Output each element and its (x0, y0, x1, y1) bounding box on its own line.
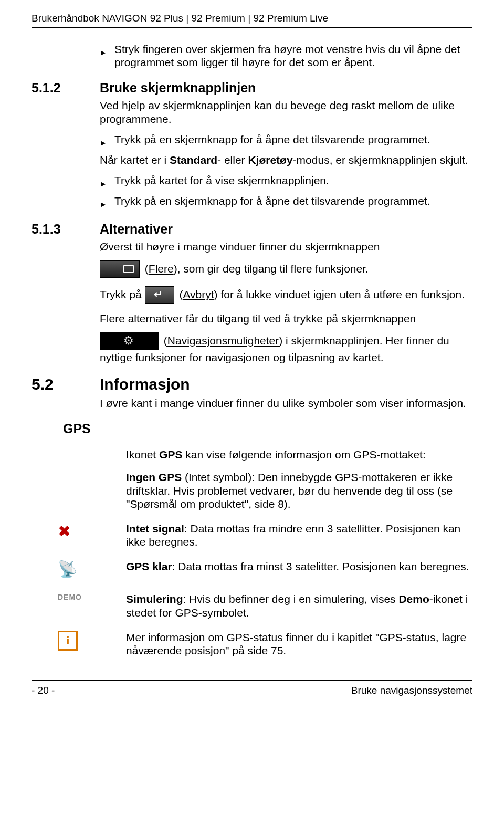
para-513-nav: (Navigasjonsmuligheter) i skjermknapplin… (100, 332, 472, 364)
triangle-icon (100, 176, 114, 189)
gps-no-signal-text: Intet signal: Data mottas fra mindre enn… (126, 522, 472, 548)
page-header: Brukerhåndbok NAVIGON 92 Plus | 92 Premi… (32, 13, 472, 28)
para-513-avbryt: Trykk på (Avbryt) for å lukke vinduet ig… (100, 286, 472, 305)
triangle-icon (100, 45, 114, 58)
bullet-intro: Stryk fingeren over skjermen fra høyre m… (100, 43, 472, 69)
gps-info-text: Mer informasjon om GPS-status finner du … (126, 631, 472, 657)
gps-ready-text: GPS klar: Data mottas fra minst 3 sateli… (126, 560, 472, 573)
triangle-icon (100, 196, 114, 210)
section-number-513: 5.1.3 (32, 222, 61, 237)
bullet-512-1: Trykk på en skjermknapp for å åpne det t… (100, 133, 472, 148)
gps-intro: Ikonet GPS kan vise følgende informasjon… (126, 448, 472, 510)
page-number: - 20 - (32, 685, 55, 696)
para-512-2: Når kartet er i Standard- eller Kjøretøy… (100, 153, 472, 166)
gps-no-signal-icon: ✖ (58, 522, 79, 543)
info-icon (58, 631, 78, 651)
gps-demo-icon: DEMO (58, 593, 82, 601)
gps-ready-icon: 📡 (58, 560, 79, 581)
triangle-icon (100, 135, 114, 148)
page-footer: - 20 - Bruke navigasjonssystemet (32, 680, 472, 696)
gps-heading: GPS (63, 421, 472, 436)
section-title-52: Informasjon (100, 375, 472, 393)
more-button-icon (100, 260, 140, 278)
para-513-1: Øverst til høyre i mange vinduer finner … (100, 240, 472, 253)
bullet-512-2: Trykk på kartet for å vise skjermknappli… (100, 174, 472, 189)
section-title-513: Alternativer (100, 222, 472, 237)
bullet-512-3: Trykk på en skjermknapp for å åpne det t… (100, 194, 472, 210)
section-number-52: 5.2 (32, 375, 54, 393)
section-number-512: 5.1.2 (32, 80, 61, 96)
cancel-button-icon (145, 286, 174, 304)
nav-options-button-icon (100, 332, 159, 350)
para-52-1: I øvre kant i mange vinduer finner du ul… (100, 396, 472, 410)
para-513-flere: (Flere), som gir deg tilgang til flere f… (100, 260, 472, 279)
para-512-1: Ved hjelp av skjermknapplinjen kan du be… (100, 99, 472, 125)
footer-section-name: Bruke navigasjonssystemet (351, 685, 472, 696)
gps-demo-text: Simulering: Hvis du befinner deg i en si… (126, 592, 472, 619)
para-513-4: Flere alternativer får du tilgang til ve… (100, 312, 472, 325)
section-title-512: Bruke skjermknapplinjen (100, 80, 472, 96)
